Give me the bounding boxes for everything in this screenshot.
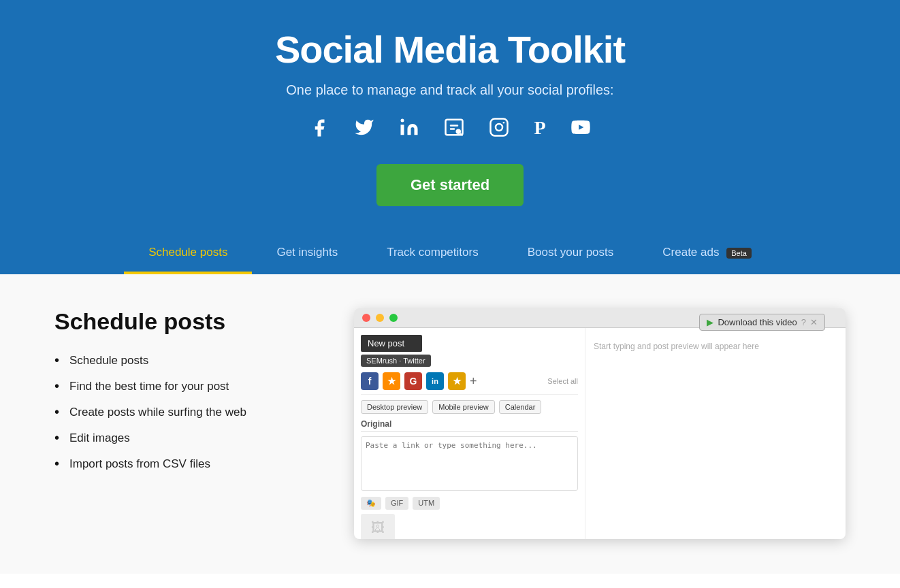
svg-point-0: [401, 119, 404, 122]
google-business-icon[interactable]: [444, 117, 464, 144]
post-creation-panel: New post SEMrush · Twitter f ★ G in ★ + …: [354, 328, 585, 539]
instagram-icon[interactable]: [489, 117, 509, 144]
download-video-badge[interactable]: ▶ Download this video ? ✕: [699, 314, 825, 331]
youtube-icon[interactable]: [570, 117, 591, 144]
tabs-navigation: Schedule posts Get insights Track compet…: [14, 233, 886, 274]
browser-content: New post SEMrush · Twitter f ★ G in ★ + …: [354, 328, 846, 539]
hero-section: Social Media Toolkit One place to manage…: [0, 0, 900, 274]
tab-create-ads[interactable]: Create ads Beta: [638, 233, 776, 274]
platform-tooltip: SEMrush · Twitter: [361, 355, 431, 367]
list-item: Schedule posts: [54, 354, 313, 368]
pinterest-icon[interactable]: P: [534, 117, 545, 144]
linkedin-platform-icon[interactable]: in: [426, 372, 444, 390]
main-content: Schedule posts Schedule posts Find the b…: [0, 274, 900, 574]
twitter-icon[interactable]: [354, 117, 374, 144]
page-title: Social Media Toolkit: [14, 27, 886, 71]
get-started-button[interactable]: Get started: [376, 164, 524, 206]
mobile-preview-tab[interactable]: Mobile preview: [432, 400, 494, 414]
preview-hint-text: Start typing and post preview will appea…: [594, 342, 759, 351]
facebook-icon[interactable]: [309, 117, 330, 144]
original-label: Original: [361, 419, 578, 432]
tab-boost-posts[interactable]: Boost your posts: [503, 233, 639, 274]
utm-chip[interactable]: UTM: [413, 497, 440, 510]
close-icon[interactable]: ✕: [810, 317, 818, 327]
calendar-tab[interactable]: Calendar: [499, 400, 542, 414]
list-item: Create posts while surfing the web: [54, 406, 313, 419]
gif-chip[interactable]: GIF: [385, 497, 408, 510]
question-icon: ?: [801, 317, 806, 327]
select-all-label[interactable]: Select all: [547, 377, 578, 385]
browser-close-dot: [362, 314, 370, 322]
tab-schedule-posts[interactable]: Schedule posts: [124, 233, 252, 274]
preview-tabs-row: Desktop preview Mobile preview Calendar: [361, 400, 578, 414]
post-textarea[interactable]: [361, 436, 578, 491]
emoji-chip[interactable]: 🎭: [361, 497, 381, 510]
new-post-bar: New post: [361, 335, 422, 352]
media-tools-row: 🎭 GIF UTM: [361, 497, 578, 510]
browser-minimize-dot: [376, 314, 384, 322]
beta-badge: Beta: [726, 248, 752, 259]
linkedin-icon[interactable]: [399, 117, 419, 144]
platform-icon-3[interactable]: G: [404, 372, 422, 390]
social-icons-row: P: [14, 117, 886, 144]
image-placeholder: 🖼: [361, 514, 395, 539]
platform-icon-2[interactable]: ★: [383, 372, 400, 390]
list-item: Import posts from CSV files: [54, 457, 313, 471]
add-platform-icon[interactable]: +: [470, 374, 477, 389]
svg-point-5: [503, 122, 505, 124]
post-preview-panel: Start typing and post preview will appea…: [585, 328, 846, 539]
features-heading: Schedule posts: [54, 308, 313, 335]
list-item: Find the best time for your post: [54, 380, 313, 393]
features-panel: Schedule posts Schedule posts Find the b…: [54, 308, 313, 540]
svg-point-4: [496, 124, 502, 131]
list-item: Edit images: [54, 431, 313, 445]
screenshot-panel: ▶ Download this video ? ✕ New post SEMru…: [354, 308, 846, 540]
browser-window: ▶ Download this video ? ✕ New post SEMru…: [354, 308, 846, 539]
browser-maximize-dot: [389, 314, 398, 322]
desktop-preview-tab[interactable]: Desktop preview: [361, 400, 428, 414]
svg-rect-3: [491, 119, 508, 136]
facebook-platform-icon[interactable]: f: [361, 372, 379, 390]
tab-track-competitors[interactable]: Track competitors: [362, 233, 502, 274]
feature-list: Schedule posts Find the best time for yo…: [54, 354, 313, 471]
tab-get-insights[interactable]: Get insights: [252, 233, 362, 274]
hero-subtitle: One place to manage and track all your s…: [14, 82, 886, 98]
platform-icon-5[interactable]: ★: [448, 372, 466, 390]
play-icon: ▶: [707, 317, 713, 327]
platform-icons-row: f ★ G in ★ + Select all: [361, 372, 578, 395]
